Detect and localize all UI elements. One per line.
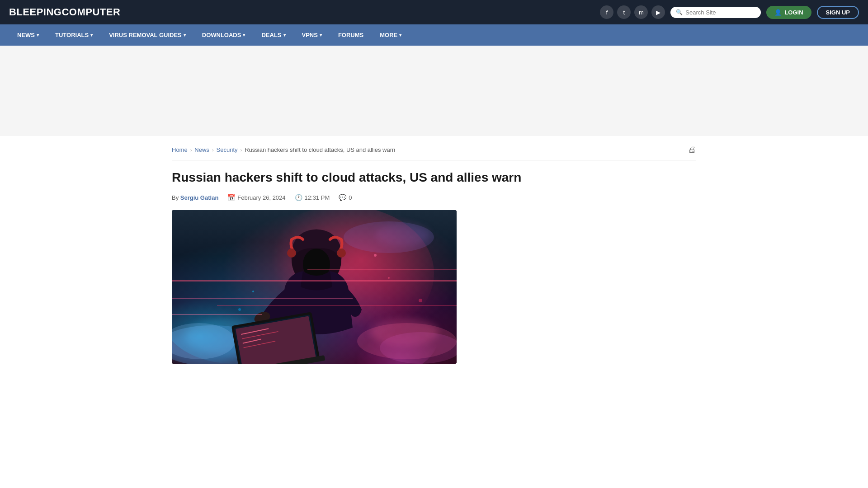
- nav-item-more[interactable]: MORE ▾: [372, 24, 410, 46]
- nav-vpns-label: VPNS: [302, 32, 318, 38]
- svg-point-11: [337, 249, 346, 258]
- article-date: February 26, 2024: [237, 194, 285, 201]
- nav-downloads-label: DOWNLOADS: [202, 32, 241, 38]
- sidebar: [561, 169, 696, 373]
- login-user-icon: 👤: [774, 9, 782, 16]
- nav-more-chevron: ▾: [399, 33, 401, 38]
- breadcrumb-sep1: ›: [190, 147, 192, 153]
- nav-item-vpns[interactable]: VPNS ▾: [294, 24, 330, 46]
- hacker-scene: [172, 210, 457, 364]
- social-icons-group: f t m ▶: [600, 5, 665, 19]
- site-logo[interactable]: BLEEPINGCOMPUTER: [9, 6, 120, 18]
- search-bar: 🔍: [670, 7, 761, 18]
- article-time: 12:31 PM: [305, 194, 330, 201]
- breadcrumb-security[interactable]: Security: [217, 146, 238, 153]
- main-container: Home › News › Security › Russian hackers…: [163, 136, 705, 382]
- article-body: Russian hackers shift to cloud attacks, …: [172, 169, 547, 373]
- signup-button[interactable]: SIGN UP: [817, 6, 859, 19]
- author-section: By Sergiu Gatlan: [172, 194, 218, 201]
- mastodon-icon[interactable]: m: [634, 5, 648, 19]
- nav-forums-label: FORUMS: [338, 32, 363, 38]
- svg-point-28: [419, 299, 422, 302]
- svg-point-29: [252, 291, 254, 292]
- svg-rect-21: [172, 280, 457, 282]
- comment-icon: 💬: [339, 194, 346, 201]
- svg-rect-25: [307, 269, 457, 270]
- youtube-icon[interactable]: ▶: [651, 5, 665, 19]
- svg-point-30: [238, 308, 241, 311]
- breadcrumb: Home › News › Security › Russian hackers…: [172, 145, 696, 160]
- nav-item-forums[interactable]: FORUMS: [330, 24, 372, 46]
- comments-meta[interactable]: 💬 0: [339, 194, 352, 201]
- nav-item-news[interactable]: NEWS ▾: [9, 24, 47, 46]
- nav-downloads-chevron: ▾: [243, 33, 245, 38]
- signup-label: SIGN UP: [826, 9, 850, 16]
- nav-virus-label: VIRUS REMOVAL GUIDES: [109, 32, 182, 38]
- main-nav: NEWS ▾ TUTORIALS ▾ VIRUS REMOVAL GUIDES …: [0, 24, 868, 46]
- svg-point-10: [287, 249, 296, 258]
- twitter-icon[interactable]: t: [617, 5, 631, 19]
- breadcrumb-news[interactable]: News: [194, 146, 209, 153]
- nav-vpns-chevron: ▾: [320, 33, 322, 38]
- content-layout: Russian hackers shift to cloud attacks, …: [172, 169, 696, 373]
- author-label: By: [172, 194, 179, 201]
- svg-rect-24: [172, 314, 262, 315]
- breadcrumb-left: Home › News › Security › Russian hackers…: [172, 146, 395, 153]
- nav-news-chevron: ▾: [37, 33, 39, 38]
- hacker-illustration: [172, 210, 457, 364]
- hero-image: [172, 210, 457, 364]
- article-title: Russian hackers shift to cloud attacks, …: [172, 169, 547, 186]
- nav-virus-chevron: ▾: [184, 33, 186, 38]
- nav-news-label: NEWS: [17, 32, 35, 38]
- nav-tutorials-label: TUTORIALS: [55, 32, 89, 38]
- nav-tutorials-chevron: ▾: [90, 33, 93, 38]
- nav-item-virus[interactable]: VIRUS REMOVAL GUIDES ▾: [101, 24, 194, 46]
- nav-more-label: MORE: [380, 32, 397, 38]
- advertisement-banner: [0, 46, 868, 136]
- svg-rect-23: [217, 305, 457, 306]
- login-button[interactable]: 👤 LOGIN: [766, 6, 811, 19]
- nav-item-deals[interactable]: DEALS ▾: [253, 24, 293, 46]
- svg-point-7: [344, 221, 434, 253]
- logo-bold: COMPUTER: [61, 6, 120, 18]
- nav-item-tutorials[interactable]: TUTORIALS ▾: [47, 24, 101, 46]
- nav-item-downloads[interactable]: DOWNLOADS ▾: [194, 24, 254, 46]
- print-icon[interactable]: 🖨: [688, 145, 696, 155]
- breadcrumb-home[interactable]: Home: [172, 146, 188, 153]
- login-label: LOGIN: [784, 9, 803, 16]
- logo-light: BLEEPING: [9, 6, 61, 18]
- site-header: BLEEPINGCOMPUTER f t m ▶ 🔍 👤 LOGIN SIGN …: [0, 0, 868, 24]
- svg-rect-22: [172, 298, 353, 299]
- time-meta: 🕐 12:31 PM: [295, 194, 330, 201]
- search-input[interactable]: [685, 9, 755, 16]
- nav-deals-label: DEALS: [261, 32, 281, 38]
- svg-point-27: [388, 277, 390, 279]
- header-right: f t m ▶ 🔍 👤 LOGIN SIGN UP: [600, 5, 859, 19]
- nav-deals-chevron: ▾: [283, 33, 286, 38]
- article-meta: By Sergiu Gatlan 📅 February 26, 2024 🕐 1…: [172, 194, 547, 201]
- search-icon: 🔍: [676, 9, 683, 15]
- breadcrumb-sep3: ›: [241, 147, 242, 153]
- breadcrumb-current: Russian hackers shift to cloud attacks, …: [245, 146, 395, 153]
- comments-count: 0: [349, 194, 352, 201]
- svg-point-26: [374, 254, 377, 257]
- calendar-icon: 📅: [227, 194, 235, 201]
- breadcrumb-sep2: ›: [212, 147, 214, 153]
- clock-icon: 🕐: [295, 194, 302, 201]
- facebook-icon[interactable]: f: [600, 5, 613, 19]
- date-meta: 📅 February 26, 2024: [227, 194, 285, 201]
- author-link[interactable]: Sergiu Gatlan: [180, 194, 219, 201]
